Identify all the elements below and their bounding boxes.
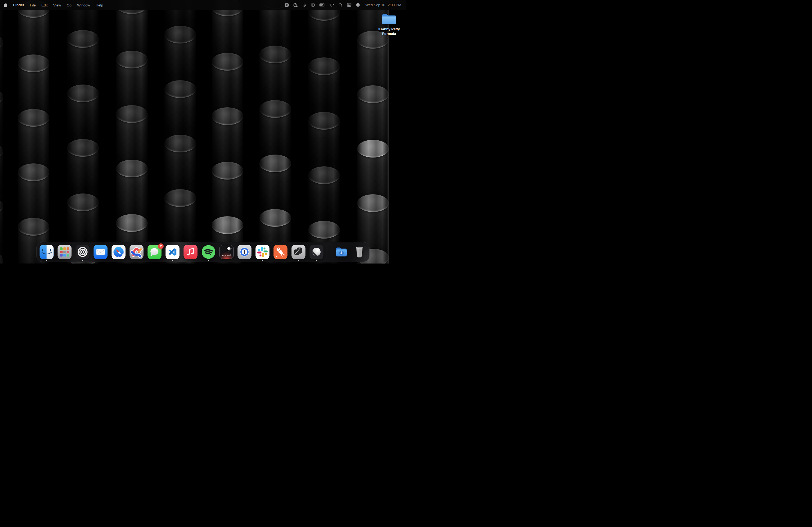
dock-item-linear[interactable] [309,245,324,259]
dock-item-vscode[interactable] [165,245,180,259]
cylinder-cap [164,80,196,98]
1password-icon [237,245,252,259]
wallpaper-cylinder-column [357,0,389,264]
menu-bar-left: Finder FileEditViewGoWindowHelp [4,3,109,7]
dock-item-raycast[interactable]: raycast [219,245,234,259]
cylinder-cap [18,55,49,72]
trash-icon [352,245,367,259]
folder-label: Krabby Patty Formula [373,27,405,36]
cylinder-cap [259,100,291,118]
wallpaper-cylinder-column [308,0,340,264]
menu-items: FileEditViewGoWindowHelp [30,3,109,7]
apple-menu[interactable] [4,3,8,7]
cylinder-cap [67,139,99,157]
wallpaper-cylinder-column [164,0,196,264]
cylinder-cap [212,162,243,180]
menubar-clock[interactable]: Wed Sep 10 2:00 PM [365,3,401,7]
running-indicator [316,260,317,261]
wallpaper-cylinder-column [67,0,99,264]
mail-icon [93,245,108,259]
cylinder-cap [164,26,196,44]
cylinder-body [0,97,3,151]
cylinder-cap [18,218,49,236]
running-indicator [262,260,263,261]
dock-item-music[interactable] [184,245,198,259]
cylinder-cap [67,194,99,211]
cylinder-cap [212,107,243,125]
cylinder-cap [18,109,49,127]
cylinder-cap [212,216,243,234]
cylinder-cap [308,112,340,130]
dock-item-safari[interactable] [112,245,126,259]
menubar-time: 2:00 PM [388,3,401,7]
siri-orb-icon[interactable] [356,2,361,7]
dock-item-downloads-folder[interactable] [334,245,349,259]
running-indicator [298,260,299,261]
menubar-item-view[interactable]: View [53,3,61,7]
menu-bar-right: Wed Sep 10 2:00 PM [284,2,401,8]
starburst-square-icon[interactable] [284,2,289,7]
cylinder-cap [357,85,389,103]
linear-icon [309,245,324,259]
wallpaper-cylinder-column [259,0,291,264]
cylinder-cap [308,57,340,75]
menubar-item-help[interactable]: Help [96,3,103,7]
cylinder-cap [259,46,291,63]
finder-icon [40,245,54,259]
cylinder-cap [67,85,99,102]
menubar-item-go[interactable]: Go [67,3,71,7]
cylinder-body [0,206,3,260]
wallpaper-cylinder-column [116,0,148,264]
dock-item-messages[interactable]: 2 [147,245,162,259]
music-icon [184,245,198,259]
target-rings-app-icon [75,245,90,259]
cylinder-cap [259,209,291,227]
dock-separator [329,244,329,259]
menubar-item-window[interactable]: Window [77,3,90,7]
cylinder-cap [116,105,148,123]
raycast-icon [219,245,234,259]
blue-folder-icon [381,12,397,26]
control-center-icon[interactable] [347,2,352,7]
striped-tag-icon[interactable] [302,3,307,7]
cylinder-body [0,151,3,206]
dock: 2raycast [37,242,370,262]
cylinder-cap [164,135,196,152]
spotlight-search-icon[interactable] [338,3,343,7]
cylinder-cap [18,163,49,181]
spotify-icon [201,245,216,259]
play-circle-icon[interactable] [310,2,316,7]
cylinder-cap [212,53,243,71]
dock-item-1password[interactable] [237,245,252,259]
dock-item-slack[interactable] [255,245,270,259]
safari-icon [112,245,126,259]
running-indicator [46,260,47,261]
wallpaper-cylinder-column [0,0,3,264]
battery-charging-icon[interactable] [319,2,325,8]
menubar-item-edit[interactable]: Edit [41,3,47,7]
dock-item-trash[interactable] [352,245,367,259]
wifi-icon[interactable] [329,2,334,7]
dock-item-arc-browser[interactable] [129,245,144,259]
dock-item-mail[interactable] [93,245,108,259]
menubar-date: Wed Sep 10 [365,3,385,7]
dock-item-target-rings-app[interactable] [75,245,90,259]
cylinder-cap [116,214,148,232]
cylinder-cap [116,51,148,69]
slack-icon [255,245,270,259]
running-indicator [208,260,209,261]
menubar-item-file[interactable]: File [30,3,36,7]
app-menu-title[interactable]: Finder [13,3,24,7]
dock-item-postman[interactable] [273,245,288,259]
cylinder-cap [308,221,340,239]
dock-item-launchpad[interactable] [57,245,72,259]
power-lock-icon[interactable] [293,2,298,7]
dock-item-tilted-cards-app[interactable] [291,245,306,259]
desktop-folder-krabby-patty[interactable]: Krabby Patty Formula [373,12,405,36]
dock-item-finder[interactable] [40,245,54,259]
cylinder-cap [164,189,196,207]
notification-badge: 2 [158,243,164,249]
cylinder-cap [116,160,148,177]
dock-item-spotify[interactable] [201,245,216,259]
status-icons [284,2,361,8]
